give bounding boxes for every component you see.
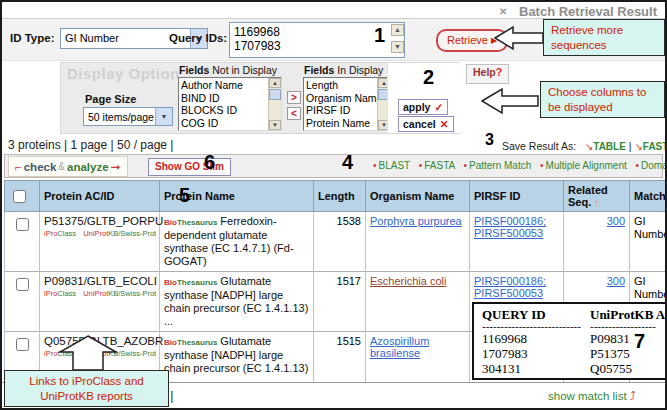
list-item[interactable]: Protein Name xyxy=(306,117,377,130)
display-option-panel: Display Option Page Size 50 items/page ▼… xyxy=(60,62,460,134)
fields-in-display-label: Fields In Display xyxy=(304,64,383,76)
header-related-seq[interactable]: RelatedSeq. ↑ xyxy=(564,181,630,212)
scrollbar[interactable]: ▲▼ xyxy=(268,78,281,130)
cancel-button[interactable]: cancel ✕ xyxy=(398,116,454,132)
popup-row: 304131 Q05755 xyxy=(474,361,667,376)
bullet-icon: • xyxy=(419,160,423,171)
list-item[interactable]: Length xyxy=(306,79,377,92)
organism-link[interactable]: Porphyra purpurea xyxy=(370,215,462,227)
fields-not-in-display-listbox[interactable]: Author Name BIND ID BLOCKS ID COG ID ▲▼ xyxy=(178,77,282,131)
biothesaurus-link[interactable]: BioThesaurus xyxy=(164,218,217,227)
bullet-icon: • xyxy=(636,160,640,171)
save-as-table-link[interactable]: TABLE xyxy=(593,141,626,152)
biothesaurus-link[interactable]: BioThesaurus xyxy=(164,278,217,287)
matched-fields-value: GI Number=>1707983 xyxy=(634,215,667,241)
fields-not-in-display-label: Fields Not in Display xyxy=(179,64,277,76)
annotation-6: 6 xyxy=(204,151,215,174)
length-value: 1538 xyxy=(314,212,366,272)
links-callout: Links to iProClass and UniProtKB reports xyxy=(4,370,169,407)
sort-arrow-icon[interactable]: ↑ xyxy=(594,198,599,208)
length-value: 1517 xyxy=(314,272,366,332)
select-all-checkbox[interactable] xyxy=(13,190,26,203)
page-title: Batch Retrieval Result xyxy=(519,4,657,19)
batch-retrieval-window: ✕ Batch Retrieval Result ID Type: GI Num… xyxy=(0,0,667,410)
pirsf-link[interactable]: PIRSF500053 xyxy=(474,287,543,299)
blast-link[interactable]: BLAST xyxy=(379,160,411,171)
help-button[interactable]: Help? xyxy=(466,64,509,84)
header-length: Length xyxy=(314,181,366,212)
result-summary: 3 proteins | 1 page | 50 / page | xyxy=(8,138,173,152)
fields-in-display-listbox[interactable]: Length Organism Name PIRSF ID Protein Na… xyxy=(303,77,391,131)
pirsf-link[interactable]: PIRSF000186; xyxy=(474,215,546,227)
popup-uniprot-ac-header: UniProtKB AC xyxy=(590,307,667,322)
list-item[interactable]: Author Name xyxy=(181,79,268,92)
arrow-right-icon: ➞ xyxy=(111,160,121,174)
download-arrow-icon: ↘ xyxy=(634,141,642,152)
move-left-button[interactable]: < xyxy=(287,107,301,120)
pirsf-link[interactable]: PIRSF000186; xyxy=(474,275,546,287)
related-seq-link[interactable]: 300 xyxy=(607,215,625,227)
header-organism-name: Organism Name xyxy=(366,181,470,212)
annotation-3: 3 xyxy=(485,131,494,149)
organism-link[interactable]: Escherichia coli xyxy=(370,275,446,287)
protein-ac-id: P51375/GLTB_PORPU xyxy=(44,215,155,227)
analysis-toolbar: ⌐ check & analyze ➞ Show GO Slim •BLAST … xyxy=(4,154,663,178)
scroll-up-icon[interactable]: ▲ xyxy=(391,24,404,36)
save-as-fasta-link[interactable]: FASTA xyxy=(643,141,667,152)
protein-ac-id: P09831/GLTB_ECOLI xyxy=(44,275,155,287)
header-matched-fields: Matched Fields xyxy=(630,181,667,212)
question-mark-icon: ? xyxy=(496,66,502,78)
select-all-cell xyxy=(5,181,40,212)
uniprotkb-link[interactable]: UniProtKB/Swiss-Prot xyxy=(83,229,156,238)
annotation-4: 4 xyxy=(342,151,353,174)
move-right-button[interactable]: > xyxy=(287,91,301,104)
show-match-list-link[interactable]: show match list ⤴ xyxy=(548,389,636,403)
list-item[interactable]: BLOCKS ID xyxy=(181,104,268,117)
list-item[interactable]: BIND ID xyxy=(181,92,268,105)
chevron-down-icon[interactable]: ▼ xyxy=(155,108,172,125)
biothesaurus-link[interactable]: BioThesaurus xyxy=(164,338,217,347)
pattern-match-link[interactable]: Pattern Match xyxy=(469,160,531,171)
page-size-value: 50 items/page xyxy=(84,108,155,125)
scroll-down-icon[interactable]: ▼ xyxy=(269,120,281,130)
check-icon: ✓ xyxy=(434,101,443,113)
page-size-select[interactable]: 50 items/page ▼ xyxy=(83,107,173,126)
fasta-link[interactable]: FASTA xyxy=(424,160,454,171)
iproclass-link[interactable]: iProClass xyxy=(44,229,76,238)
bullet-icon: • xyxy=(540,160,544,171)
query-ids-label: Query IDs: xyxy=(169,32,227,44)
table-header-row: Protein AC/ID Protein Name Length Organi… xyxy=(5,181,667,212)
retrieve-callout: Retrieve more sequences xyxy=(543,19,665,56)
bullet-icon: • xyxy=(463,160,467,171)
matched-fields-value: GI Number=>1169968 xyxy=(634,275,667,301)
scroll-thumb[interactable] xyxy=(269,89,281,100)
row-checkbox[interactable] xyxy=(16,338,29,351)
scroll-up-icon[interactable]: ▲ xyxy=(269,78,281,88)
show-go-slim-button[interactable]: Show GO Slim xyxy=(148,158,231,176)
row-checkbox[interactable] xyxy=(16,278,29,291)
bracket-icon: ⌐ xyxy=(15,161,22,173)
display-option-title: Display Option xyxy=(67,65,180,82)
pirsf-link[interactable]: PIRSF500053 xyxy=(474,227,543,239)
annotation-7: 7 xyxy=(634,330,645,353)
related-seq-link[interactable]: 300 xyxy=(607,275,625,287)
callout-arrow-left-icon xyxy=(481,86,539,116)
list-item[interactable]: COG ID xyxy=(181,117,268,130)
row-checkbox[interactable] xyxy=(16,218,29,231)
result-bar: 3 proteins | 1 page | 50 / page | Save R… xyxy=(2,135,665,154)
domain-display-link[interactable]: Domain Display xyxy=(641,160,667,171)
uniprotkb-link[interactable]: UniProtKB/Swiss-Prot xyxy=(83,289,156,298)
iproclass-link[interactable]: iProClass xyxy=(44,289,76,298)
title-bar: ✕ Batch Retrieval Result xyxy=(2,4,657,19)
bullet-icon: • xyxy=(373,160,377,171)
list-item[interactable]: Organism Name xyxy=(306,92,377,105)
close-icon[interactable]: ✕ xyxy=(499,6,507,17)
scroll-down-icon[interactable]: ▼ xyxy=(391,41,404,53)
list-item[interactable]: PIRSF ID xyxy=(306,104,377,117)
callout-arrow-left-icon xyxy=(494,24,544,52)
header-protein-ac-id: Protein AC/ID xyxy=(40,181,160,212)
organism-link[interactable]: Azospirillum brasilense xyxy=(370,335,429,359)
multiple-alignment-link[interactable]: Multiple Alignment xyxy=(546,160,627,171)
apply-button[interactable]: apply ✓ xyxy=(398,99,448,115)
check-and-analyze-logo[interactable]: ⌐ check & analyze ➞ xyxy=(8,156,128,177)
